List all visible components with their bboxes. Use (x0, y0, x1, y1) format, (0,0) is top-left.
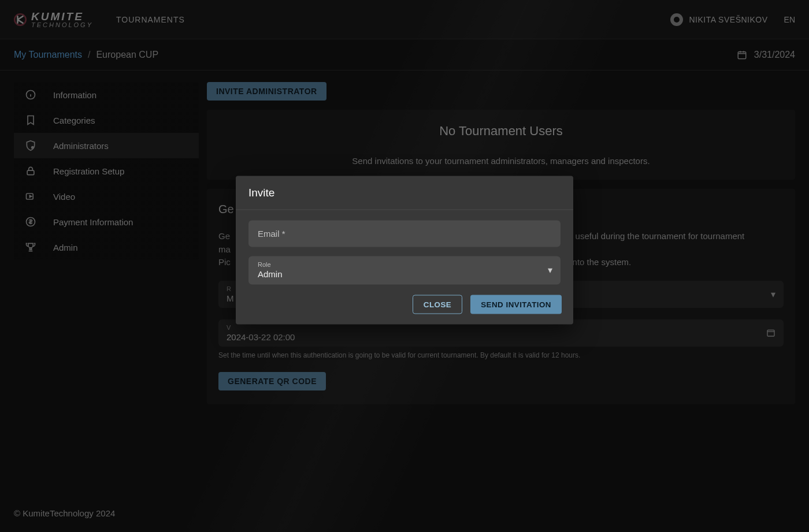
role-value-dialog: Admin (258, 269, 551, 278)
close-button[interactable]: CLOSE (413, 295, 462, 314)
chevron-down-icon: ▾ (548, 265, 552, 276)
send-invitation-button[interactable]: SEND INVITATION (470, 295, 562, 314)
dialog-actions: CLOSE SEND INVITATION (236, 288, 573, 324)
role-label-dialog: Role (258, 261, 551, 267)
dialog-title: Invite (248, 186, 561, 199)
invite-dialog: Invite Email * Role Admin ▾ CLOSE SEND I… (236, 176, 573, 324)
role-select-dialog[interactable]: Role Admin ▾ (248, 256, 561, 284)
dialog-body: Email * Role Admin ▾ (236, 210, 573, 288)
email-field[interactable]: Email * (248, 220, 561, 247)
dialog-header: Invite (236, 176, 573, 210)
